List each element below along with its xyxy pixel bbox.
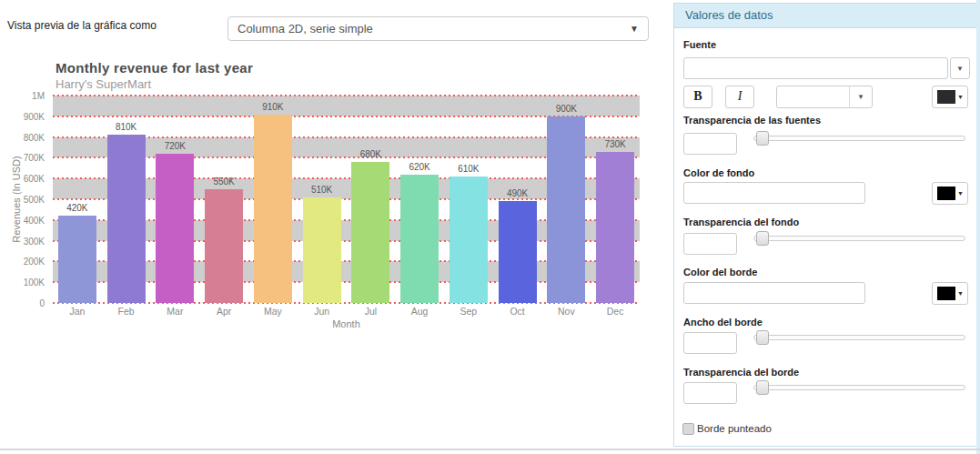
y-tick-label: 0 <box>39 298 45 308</box>
bar-value-label: 550K <box>199 177 248 187</box>
background-color-picker[interactable]: ▼ <box>932 182 968 205</box>
color-swatch <box>937 187 955 200</box>
divider <box>849 86 850 107</box>
font-transparency-input[interactable] <box>683 133 737 155</box>
chevron-down-icon: ▼ <box>630 17 639 41</box>
bar-slot: 810K <box>102 96 151 303</box>
panel-title: Valores de datos <box>674 4 976 28</box>
x-tick-label: Apr <box>199 306 248 317</box>
x-tick-label: Aug <box>395 306 444 317</box>
bar-aug[interactable] <box>400 175 439 303</box>
bar-slot: 730K <box>591 96 640 303</box>
bar-value-label: 810K <box>102 122 151 132</box>
x-tick-label: Nov <box>542 306 591 317</box>
y-tick-label: 400K <box>24 216 45 226</box>
chevron-down-icon: ▼ <box>956 65 964 73</box>
bars-container: 420K810K720K550K910K510K680K620K610K490K… <box>53 96 640 303</box>
y-tick-label: 100K <box>24 277 45 288</box>
background-transparency-label: Transparencia del fondo <box>683 217 799 227</box>
border-transparency-label: Transparencia del borde <box>683 367 799 378</box>
border-transparency-input[interactable] <box>683 382 737 404</box>
bar-jul[interactable] <box>351 162 389 303</box>
bar-jan[interactable] <box>58 216 96 303</box>
bar-mar[interactable] <box>156 154 194 303</box>
x-tick-label: Dec <box>591 306 640 317</box>
bar-slot: 420K <box>53 96 102 303</box>
font-size-selected-value <box>777 90 783 103</box>
chart-editor-page: Vista previa de la gráfica como Columna … <box>0 0 980 454</box>
bar-value-label: 720K <box>151 141 200 151</box>
bar-may[interactable] <box>254 115 292 303</box>
font-transparency-label: Transparencia de las fuentes <box>683 115 821 126</box>
color-swatch <box>937 90 955 104</box>
y-tick-label: 500K <box>24 195 45 205</box>
bar-value-label: 730K <box>591 139 640 149</box>
x-tick-label: Jul <box>347 306 396 317</box>
border-width-slider[interactable] <box>753 335 965 340</box>
x-tick-label: May <box>248 306 298 317</box>
x-tick-label: Jun <box>298 306 347 317</box>
y-tick-label: 300K <box>24 237 45 247</box>
font-color-picker[interactable]: ▼ <box>932 86 968 108</box>
bar-nov[interactable] <box>547 116 585 303</box>
bar-slot: 900K <box>542 96 591 303</box>
bar-oct[interactable] <box>499 201 537 303</box>
bar-value-label: 910K <box>248 102 298 112</box>
chevron-down-icon: ▼ <box>957 283 964 304</box>
bar-slot: 620K <box>395 96 444 303</box>
background-color-label: Color de fondo <box>683 167 754 178</box>
y-tick-label: 900K <box>24 112 45 122</box>
y-tick-label: 200K <box>24 257 45 267</box>
font-transparency-slider[interactable] <box>753 136 965 141</box>
x-axis-title: Month <box>53 318 640 329</box>
border-color-label: Color del borde <box>683 267 757 277</box>
bar-slot: 510K <box>298 96 347 303</box>
font-label: Fuente <box>683 39 716 50</box>
bar-sep[interactable] <box>450 177 488 303</box>
bar-value-label: 490K <box>493 188 542 198</box>
chart-type-selected-value: Columna 2D, serie simple <box>237 22 373 35</box>
bar-jun[interactable] <box>303 197 341 303</box>
slider-handle[interactable] <box>756 231 769 246</box>
border-color-input[interactable] <box>683 282 865 304</box>
chart-type-select[interactable]: Columna 2D, serie simple ▼ <box>227 16 649 41</box>
plot-area: 420K810K720K550K910K510K680K620K610K490K… <box>53 96 640 303</box>
chevron-down-icon: ▼ <box>957 183 964 204</box>
background-transparency-input[interactable] <box>683 233 737 255</box>
border-width-label: Ancho del borde <box>683 317 763 328</box>
slider-handle[interactable] <box>756 330 769 345</box>
dotted-border-checkbox[interactable] <box>682 423 694 435</box>
bar-value-label: 420K <box>53 203 102 213</box>
border-color-picker[interactable]: ▼ <box>932 282 968 305</box>
chevron-down-icon: ▼ <box>957 86 964 107</box>
bar-value-label: 610K <box>444 164 493 174</box>
bar-slot: 610K <box>444 96 493 303</box>
bold-button[interactable]: B <box>683 86 712 108</box>
slider-handle[interactable] <box>756 131 769 146</box>
x-tick-label: Sep <box>444 306 493 317</box>
bar-slot: 910K <box>248 96 298 303</box>
bar-dec[interactable] <box>596 152 634 303</box>
font-size-select[interactable]: ▼ <box>776 86 873 108</box>
page-bottom-divider <box>0 449 980 450</box>
chevron-down-icon: ▼ <box>857 86 864 107</box>
font-family-dropdown-button[interactable]: ▼ <box>950 57 970 79</box>
x-tick-label: Oct <box>493 306 542 317</box>
chart-title: Monthly revenue for last year <box>56 60 253 76</box>
bar-feb[interactable] <box>107 135 146 303</box>
bar-apr[interactable] <box>205 189 243 303</box>
data-values-panel: Valores de datos Fuente ▼ B I ▼ ▼ Transp… <box>673 3 977 447</box>
border-width-input[interactable] <box>683 332 737 354</box>
panel-edge-strip <box>976 0 980 454</box>
color-swatch <box>937 287 955 300</box>
background-transparency-slider[interactable] <box>753 236 965 241</box>
slider-handle[interactable] <box>756 380 769 395</box>
border-transparency-slider[interactable] <box>753 385 965 390</box>
chart-subtitle: Harry's SuperMart <box>56 77 151 91</box>
font-family-input[interactable] <box>683 57 948 79</box>
background-color-input[interactable] <box>683 182 865 204</box>
bar-slot: 720K <box>151 96 200 303</box>
italic-button[interactable]: I <box>725 86 754 108</box>
x-tick-label: Mar <box>151 306 200 317</box>
dotted-border-label: Borde punteado <box>697 423 772 434</box>
